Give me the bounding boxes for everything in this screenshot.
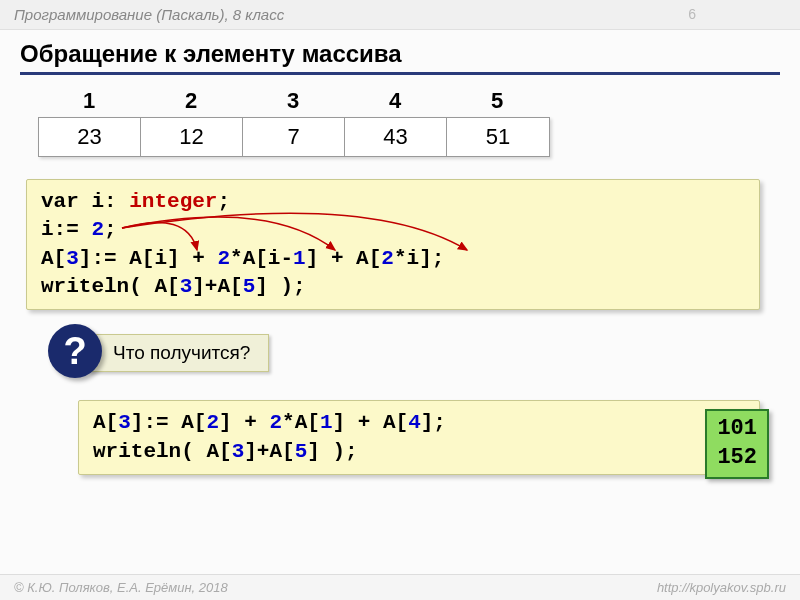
code-block-2: A[3]:= A[2] + 2*A[1] + A[4]; writeln( A[… [78, 400, 760, 475]
array-index: 5 [446, 85, 548, 117]
code-line: i:= 2; [41, 216, 745, 244]
code-line: writeln( A[3]+A[5] ); [93, 438, 745, 466]
code-line: A[3]:= A[2] + 2*A[1] + A[4]; [93, 409, 745, 437]
footer: © К.Ю. Поляков, Е.А. Ерёмин, 2018 http:/… [0, 574, 800, 600]
question-label: Что получится? [88, 334, 269, 372]
array-index-row: 1 2 3 4 5 [38, 85, 780, 117]
array-index: 3 [242, 85, 344, 117]
code-block-1: var i: integer; i:= 2; A[3]:= A[i] + 2*A… [26, 179, 760, 310]
array-index: 2 [140, 85, 242, 117]
array-values-row: 23 12 7 43 51 [38, 117, 550, 157]
array-cell: 51 [447, 118, 549, 156]
code-line: var i: integer; [41, 188, 745, 216]
array-cell: 23 [39, 118, 141, 156]
result-box: 101 152 [705, 409, 769, 478]
slide-content: Обращение к элементу массива 1 2 3 4 5 2… [0, 30, 800, 475]
code-line: writeln( A[3]+A[5] ); [41, 273, 745, 301]
array-cell: 7 [243, 118, 345, 156]
question-mark-icon: ? [48, 324, 102, 378]
question-row: ? Что получится? [48, 328, 780, 382]
array-index: 1 [38, 85, 140, 117]
header: Программирование (Паскаль), 8 класс 6 [0, 0, 800, 30]
copyright: © К.Ю. Поляков, Е.А. Ерёмин, 2018 [14, 580, 228, 595]
array-index: 4 [344, 85, 446, 117]
code-line: A[3]:= A[i] + 2*A[i-1] + A[2*i]; [41, 245, 745, 273]
page-title: Обращение к элементу массива [20, 40, 780, 75]
breadcrumb: Программирование (Паскаль), 8 класс [14, 6, 284, 23]
array-cell: 12 [141, 118, 243, 156]
result-value: 101 [717, 415, 757, 444]
page-number: 6 [688, 6, 696, 23]
result-value: 152 [717, 444, 757, 473]
array-cell: 43 [345, 118, 447, 156]
footer-url: http://kpolyakov.spb.ru [657, 580, 786, 595]
